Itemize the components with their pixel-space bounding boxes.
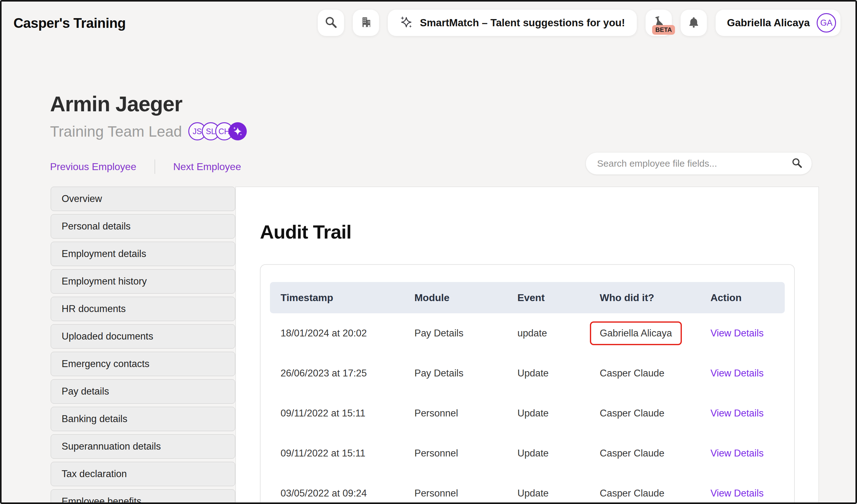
view-details-link[interactable]: View Details: [710, 408, 763, 419]
search-icon: [324, 15, 338, 30]
employee-file-sidebar: Overview Personal details Employment det…: [51, 187, 235, 504]
column-header-module: Module: [404, 292, 507, 303]
global-search-button[interactable]: [318, 10, 344, 36]
sidebar-item-employment-history[interactable]: Employment history: [51, 269, 235, 294]
cell-module: Pay Details: [404, 368, 507, 379]
table-row: 03/05/2022 at 09:24 Personnel Update Cas…: [270, 473, 785, 504]
cell-event: Update: [507, 488, 589, 499]
cell-module: Pay Details: [404, 328, 507, 339]
table-row: 09/11/2022 at 15:11 Personnel Update Cas…: [270, 393, 785, 433]
cell-module: Personnel: [404, 488, 507, 499]
employee-nav: Previous Employee Next Employee: [50, 159, 241, 174]
nav-divider: [154, 159, 155, 174]
organisation-button[interactable]: [353, 10, 379, 36]
certification-badges: JS SL CH: [188, 122, 247, 140]
cell-who: Casper Claude: [589, 448, 700, 459]
employee-file-search-input[interactable]: [586, 158, 791, 169]
cell-event: Update: [507, 368, 589, 379]
cell-who: Gabriella Alicaya: [589, 321, 700, 345]
sidebar-item-banking-details[interactable]: Banking details: [51, 407, 235, 431]
table-row: 26/06/2023 at 17:25 Pay Details Update C…: [270, 353, 785, 393]
cell-module: Personnel: [404, 448, 507, 459]
sidebar-item-superannuation-details[interactable]: Superannuation details: [51, 434, 235, 459]
cell-action: View Details: [700, 488, 785, 499]
cell-timestamp: 09/11/2022 at 15:11: [270, 448, 404, 459]
employee-file-search: [586, 153, 812, 174]
view-details-link[interactable]: View Details: [710, 448, 763, 459]
cell-action: View Details: [700, 368, 785, 379]
topbar-actions: SmartMatch – Talent suggestions for you!…: [318, 10, 840, 36]
cell-timestamp: 18/01/2024 at 20:02: [270, 328, 404, 339]
column-header-who: Who did it?: [589, 292, 700, 303]
sidebar-item-pay-details[interactable]: Pay details: [51, 379, 235, 404]
audit-table-header: Timestamp Module Event Who did it? Actio…: [270, 282, 785, 313]
bell-icon: [687, 16, 700, 30]
cell-timestamp: 09/11/2022 at 15:11: [270, 408, 404, 419]
smartmatch-button[interactable]: SmartMatch – Talent suggestions for you!: [388, 10, 637, 36]
user-name: Gabriella Alicaya: [727, 17, 810, 29]
view-details-link[interactable]: View Details: [710, 488, 763, 499]
beta-badge: BETA: [652, 25, 675, 35]
notifications-button[interactable]: [680, 10, 707, 36]
smartmatch-label: SmartMatch – Talent suggestions for you!: [420, 17, 625, 29]
view-details-link[interactable]: View Details: [710, 328, 763, 338]
audit-trail-title: Audit Trail: [260, 221, 351, 243]
sidebar-item-hr-documents[interactable]: HR documents: [51, 297, 235, 321]
cell-action: View Details: [700, 408, 785, 419]
view-details-link[interactable]: View Details: [710, 368, 763, 379]
table-row: 18/01/2024 at 20:02 Pay Details update G…: [270, 313, 785, 353]
cell-who: Casper Claude: [589, 408, 700, 419]
cell-module: Personnel: [404, 408, 507, 419]
previous-employee-link[interactable]: Previous Employee: [50, 161, 136, 173]
topbar: Casper's Training: [2, 2, 855, 49]
app-logo: Casper's Training: [14, 15, 126, 31]
cell-who: Casper Claude: [589, 368, 700, 379]
audit-trail-card: Timestamp Module Event Who did it? Actio…: [260, 264, 795, 504]
cell-event: Update: [507, 408, 589, 419]
table-row: 09/11/2022 at 15:11 Personnel Update Cas…: [270, 433, 785, 473]
building-icon: [359, 15, 373, 30]
sparkle-badge[interactable]: [229, 122, 247, 140]
sidebar-item-emergency-contacts[interactable]: Emergency contacts: [51, 352, 235, 376]
sidebar-item-uploaded-documents[interactable]: Uploaded documents: [51, 324, 235, 349]
cell-action: View Details: [700, 448, 785, 459]
sidebar-item-employee-benefits[interactable]: Employee benefits: [51, 489, 235, 504]
column-header-event: Event: [507, 292, 589, 303]
sparkle-icon: [232, 125, 243, 137]
cell-timestamp: 26/06/2023 at 17:25: [270, 368, 404, 379]
sidebar-item-employment-details[interactable]: Employment details: [51, 242, 235, 266]
avatar: GA: [817, 13, 836, 33]
cell-event: Update: [507, 448, 589, 459]
highlighted-actor: Gabriella Alicaya: [590, 321, 682, 345]
cell-timestamp: 03/05/2022 at 09:24: [270, 488, 404, 499]
sidebar-item-personal-details[interactable]: Personal details: [51, 214, 235, 239]
sidebar-item-tax-declaration[interactable]: Tax declaration: [51, 462, 235, 486]
search-icon[interactable]: [791, 157, 803, 170]
employee-subtitle: Training Team Lead JS SL CH: [50, 122, 247, 140]
cell-event: update: [507, 328, 589, 339]
column-header-action: Action: [700, 292, 785, 303]
cell-action: View Details: [700, 328, 785, 339]
main-content-panel: Audit Trail Timestamp Module Event Who d…: [236, 187, 819, 504]
page-title-employee-name: Armin Jaeger: [50, 92, 182, 116]
next-employee-link[interactable]: Next Employee: [173, 161, 241, 173]
labs-button[interactable]: BETA: [645, 10, 672, 36]
sidebar-item-overview[interactable]: Overview: [51, 187, 235, 211]
employee-job-title: Training Team Lead: [50, 123, 182, 140]
cell-who: Casper Claude: [589, 488, 700, 499]
user-menu[interactable]: Gabriella Alicaya GA: [716, 10, 840, 36]
app-window: Casper's Training: [0, 0, 857, 504]
sparkle-icon: [400, 16, 413, 30]
column-header-timestamp: Timestamp: [270, 292, 404, 303]
